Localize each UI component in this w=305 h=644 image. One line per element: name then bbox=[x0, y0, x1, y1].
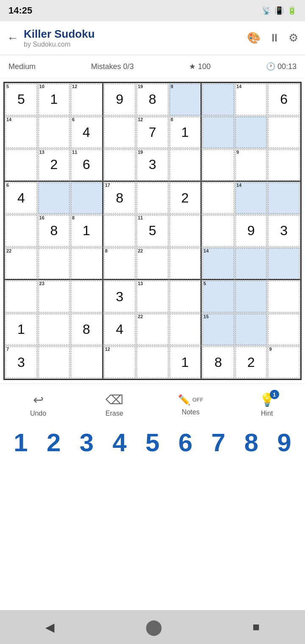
cell-r0-c1[interactable]: 101 bbox=[38, 83, 71, 116]
cell-r8-c8[interactable]: 9 bbox=[267, 346, 300, 379]
cell-r1-c3[interactable] bbox=[103, 116, 136, 149]
cell-r1-c5[interactable]: 81 bbox=[169, 116, 202, 149]
nav-home-button[interactable]: ⬤ bbox=[145, 618, 162, 636]
cell-r2-c1[interactable]: 132 bbox=[38, 149, 71, 182]
numpad-btn-6[interactable]: 6 bbox=[173, 428, 198, 457]
cell-r3-c5[interactable]: 2 bbox=[169, 182, 202, 215]
cell-r1-c6[interactable] bbox=[202, 116, 235, 149]
cell-r7-c0[interactable]: 1 bbox=[5, 313, 38, 346]
hint-button[interactable]: 💡 1 Hint bbox=[250, 392, 284, 417]
nav-back-button[interactable]: ◀ bbox=[45, 620, 55, 634]
nav-recents-button[interactable]: ■ bbox=[252, 620, 260, 634]
cell-r8-c1[interactable] bbox=[38, 346, 71, 379]
cell-r5-c3[interactable]: 8 bbox=[103, 247, 136, 280]
cell-r2-c3[interactable] bbox=[103, 149, 136, 182]
cell-r5-c1[interactable] bbox=[38, 247, 71, 280]
back-button[interactable]: ← bbox=[7, 31, 19, 45]
cell-r8-c4[interactable] bbox=[136, 346, 169, 379]
cell-r2-c0[interactable] bbox=[5, 149, 38, 182]
cell-r7-c6[interactable]: 15 bbox=[202, 313, 235, 346]
palette-icon[interactable]: 🎨 bbox=[247, 31, 261, 44]
cell-r2-c6[interactable] bbox=[202, 149, 235, 182]
settings-icon[interactable]: ⚙ bbox=[288, 31, 298, 44]
cell-r3-c3[interactable]: 178 bbox=[103, 182, 136, 215]
cell-r1-c7[interactable] bbox=[235, 116, 268, 149]
cell-r5-c6[interactable]: 14 bbox=[202, 247, 235, 280]
cell-r6-c7[interactable] bbox=[235, 280, 268, 313]
cell-r4-c3[interactable] bbox=[103, 214, 136, 247]
cell-r6-c3[interactable]: 3 bbox=[103, 280, 136, 313]
cell-r8-c2[interactable] bbox=[70, 346, 103, 379]
cell-r6-c8[interactable] bbox=[267, 280, 300, 313]
numpad-btn-2[interactable]: 2 bbox=[41, 428, 67, 457]
numpad-btn-4[interactable]: 4 bbox=[107, 428, 132, 457]
cell-r3-c6[interactable] bbox=[202, 182, 235, 215]
cell-r6-c0[interactable] bbox=[5, 280, 38, 313]
cell-r4-c8[interactable]: 3 bbox=[267, 214, 300, 247]
cell-r0-c6[interactable] bbox=[202, 83, 235, 116]
cell-r3-c2[interactable] bbox=[70, 182, 103, 215]
cell-r5-c4[interactable]: 22 bbox=[136, 247, 169, 280]
cell-r8-c7[interactable]: 2 bbox=[235, 346, 268, 379]
cell-r0-c3[interactable]: 9 bbox=[103, 83, 136, 116]
cell-r0-c8[interactable]: 6 bbox=[267, 83, 300, 116]
cell-r0-c2[interactable]: 12 bbox=[70, 83, 103, 116]
cell-r7-c7[interactable] bbox=[235, 313, 268, 346]
cell-r0-c0[interactable]: 55 bbox=[5, 83, 38, 116]
cell-r2-c7[interactable]: 9 bbox=[235, 149, 268, 182]
numpad-btn-7[interactable]: 7 bbox=[205, 428, 231, 457]
cell-r3-c7[interactable]: 14 bbox=[235, 182, 268, 215]
cell-r1-c2[interactable]: 64 bbox=[70, 116, 103, 149]
cell-r3-c8[interactable] bbox=[267, 182, 300, 215]
cell-r3-c0[interactable]: 64 bbox=[5, 182, 38, 215]
cell-r3-c4[interactable] bbox=[136, 182, 169, 215]
erase-button[interactable]: ⌫ Erase bbox=[97, 392, 131, 417]
numpad-btn-5[interactable]: 5 bbox=[140, 428, 165, 457]
cell-r8-c6[interactable]: 8 bbox=[202, 346, 235, 379]
pause-icon[interactable]: ⏸ bbox=[269, 31, 280, 44]
cell-r1-c4[interactable]: 127 bbox=[136, 116, 169, 149]
cell-r8-c0[interactable]: 73 bbox=[5, 346, 38, 379]
cell-r2-c8[interactable] bbox=[267, 149, 300, 182]
numpad-btn-9[interactable]: 9 bbox=[272, 428, 297, 457]
cell-r6-c4[interactable]: 13 bbox=[136, 280, 169, 313]
cell-r4-c6[interactable] bbox=[202, 214, 235, 247]
cell-r6-c1[interactable]: 23 bbox=[38, 280, 71, 313]
cell-r4-c1[interactable]: 168 bbox=[38, 214, 71, 247]
cell-r6-c2[interactable] bbox=[70, 280, 103, 313]
cell-r4-c4[interactable]: 115 bbox=[136, 214, 169, 247]
cell-r1-c8[interactable] bbox=[267, 116, 300, 149]
cell-r4-c5[interactable] bbox=[169, 214, 202, 247]
cell-r5-c8[interactable] bbox=[267, 247, 300, 280]
cell-r8-c5[interactable]: 1 bbox=[169, 346, 202, 379]
numpad-btn-8[interactable]: 8 bbox=[238, 428, 264, 457]
cell-r2-c4[interactable]: 193 bbox=[136, 149, 169, 182]
cell-r0-c7[interactable]: 14 bbox=[235, 83, 268, 116]
cell-r5-c7[interactable] bbox=[235, 247, 268, 280]
cell-r0-c5[interactable]: 9 bbox=[169, 83, 202, 116]
cell-r6-c6[interactable]: 5 bbox=[202, 280, 235, 313]
cell-r5-c0[interactable]: 22 bbox=[5, 247, 38, 280]
cell-r5-c2[interactable] bbox=[70, 247, 103, 280]
cell-r5-c5[interactable] bbox=[169, 247, 202, 280]
undo-button[interactable]: ↩ Undo bbox=[21, 392, 55, 417]
cell-r2-c5[interactable] bbox=[169, 149, 202, 182]
cell-r1-c0[interactable]: 14 bbox=[5, 116, 38, 149]
cell-r7-c5[interactable] bbox=[169, 313, 202, 346]
cell-r4-c2[interactable]: 81 bbox=[70, 214, 103, 247]
cell-r7-c2[interactable]: 8 bbox=[70, 313, 103, 346]
cell-r4-c7[interactable]: 9 bbox=[235, 214, 268, 247]
cell-r8-c3[interactable]: 12 bbox=[103, 346, 136, 379]
cell-r4-c0[interactable] bbox=[5, 214, 38, 247]
cell-r6-c5[interactable] bbox=[169, 280, 202, 313]
sudoku-grid[interactable]: 5510112919891461464127811321161939641782… bbox=[3, 82, 302, 380]
numpad-btn-3[interactable]: 3 bbox=[74, 428, 99, 457]
cell-r1-c1[interactable] bbox=[38, 116, 71, 149]
notes-button[interactable]: ✏️ OFF Notes bbox=[174, 394, 208, 416]
cell-r7-c4[interactable]: 22 bbox=[136, 313, 169, 346]
cell-r7-c8[interactable] bbox=[267, 313, 300, 346]
cell-r2-c2[interactable]: 116 bbox=[70, 149, 103, 182]
cell-r3-c1[interactable] bbox=[38, 182, 71, 215]
numpad-btn-1[interactable]: 1 bbox=[8, 428, 33, 457]
cell-r0-c4[interactable]: 198 bbox=[136, 83, 169, 116]
